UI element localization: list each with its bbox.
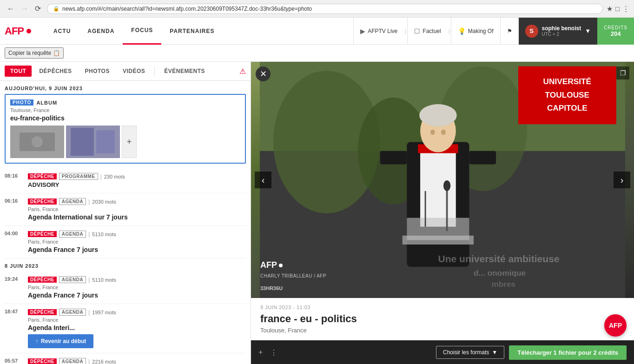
afp-header: AFP ACTU AGENDA FOCUS PARTENAIRES ▶ AFPT… bbox=[0, 18, 634, 45]
format-label: Choisir les formats bbox=[443, 349, 489, 356]
copy-icon: 📋 bbox=[53, 50, 60, 56]
svg-rect-26 bbox=[446, 186, 448, 231]
svg-text:UNIVERSITÉ: UNIVERSITÉ bbox=[543, 77, 592, 86]
photo-more-button[interactable]: + bbox=[122, 126, 137, 158]
browser-navigation: ← → ⟳ bbox=[5, 3, 43, 14]
photo-credit: CHARLY TRIBALLEAU / AFP bbox=[260, 273, 326, 278]
browser-chrome: ← → ⟳ 🔒 news.afp.com/#/c/main/search/all… bbox=[0, 0, 634, 18]
url-text: news.afp.com/#/c/main/search/all?id=news… bbox=[62, 6, 312, 12]
afp-chat-label: AFP bbox=[609, 322, 622, 329]
afp-chat-button[interactable]: AFP bbox=[604, 314, 627, 337]
bookmark-btn[interactable]: ⚑ bbox=[500, 18, 519, 45]
tag-separator: | bbox=[88, 231, 90, 238]
tab-tout[interactable]: TOUT bbox=[5, 66, 32, 77]
url-bar[interactable]: 🔒 news.afp.com/#/c/main/search/all?id=ne… bbox=[47, 4, 603, 14]
chat-icon: ☐ bbox=[414, 27, 420, 35]
photo-info: 9 JUIN 2023 - 11:03 france - eu - politi… bbox=[251, 298, 634, 340]
photo-thumb-2[interactable] bbox=[66, 126, 120, 158]
menu-icon[interactable]: ⋮ bbox=[622, 5, 629, 13]
svg-rect-5 bbox=[96, 130, 115, 153]
article-tags: DÉPÊCHE AGENDA | 2030 mots bbox=[28, 198, 246, 205]
article-content: DÉPÊCHE AGENDA | 5110 mots Paris, France… bbox=[28, 231, 246, 253]
choose-format-button[interactable]: Choisir les formats ▼ bbox=[436, 346, 504, 359]
copy-label: Copier la requête bbox=[8, 50, 51, 56]
separator2: | bbox=[448, 28, 451, 34]
separator: | bbox=[404, 28, 407, 34]
afp-logo[interactable]: AFP bbox=[5, 25, 31, 37]
tag-photo: PHOTO bbox=[10, 99, 33, 106]
download-button[interactable]: Télécharger 1 fichier pour 2 crédits bbox=[509, 345, 627, 360]
tag-agenda: AGENDA bbox=[59, 309, 86, 316]
add-to-list-icon[interactable]: + bbox=[258, 348, 263, 357]
article-tags: DÉPÊCHE AGENDA | 1997 mots bbox=[28, 309, 246, 316]
copy-query-button[interactable]: Copier la requête 📋 bbox=[5, 47, 64, 59]
article-time: 08:16 bbox=[5, 173, 23, 179]
user-section[interactable]: S sophie benoist UTC + 2 ▼ bbox=[519, 18, 598, 45]
tab-evenements[interactable]: ÉVÉNEMENTS bbox=[158, 66, 211, 77]
photo-main: UNIVERSITÉ TOULOUSE CAPITOLE UNIVERSITÉ … bbox=[251, 62, 634, 298]
nav-actu[interactable]: ACTU bbox=[45, 18, 79, 45]
svg-text:mbres: mbres bbox=[491, 279, 515, 289]
user-timezone: UTC + 2 bbox=[542, 32, 581, 37]
article-item[interactable]: 19:24 DÉPÊCHE AGENDA | 5110 mots Paris, … bbox=[5, 271, 246, 304]
article-title: Agenda France 7 jours bbox=[28, 246, 246, 253]
featured-article[interactable]: PHOTO ALBUM Toulouse, France eu-france-p… bbox=[5, 94, 246, 164]
nav-focus[interactable]: FOCUS bbox=[123, 18, 161, 45]
tab-depeches[interactable]: DÉPÊCHES bbox=[33, 66, 77, 77]
nav-agenda[interactable]: AGENDA bbox=[79, 18, 123, 45]
tab-videos[interactable]: VIDÉOS bbox=[117, 66, 151, 77]
article-title: ADVISORY bbox=[28, 181, 246, 188]
article-item[interactable]: 18:47 DÉPÊCHE AGENDA | 1997 mots Paris, … bbox=[5, 304, 246, 353]
bottom-right-actions: Choisir les formats ▼ Télécharger 1 fich… bbox=[436, 345, 627, 360]
tag-depeche: DÉPÊCHE bbox=[28, 277, 57, 283]
photo-title: france - eu - politics bbox=[260, 313, 625, 325]
svg-rect-4 bbox=[71, 128, 94, 156]
bottom-toolbar: + ⋮ Choisir les formats ▼ Télécharger 1 … bbox=[251, 340, 634, 364]
svg-rect-22 bbox=[380, 151, 407, 165]
tag-agenda: AGENDA bbox=[59, 276, 86, 283]
tag-depeche: DÉPÊCHE bbox=[28, 173, 57, 179]
nav-partenaires[interactable]: PARTENAIRES bbox=[161, 18, 223, 45]
afptv-label: AFPTV Live bbox=[368, 28, 397, 34]
tab-divider bbox=[154, 66, 155, 76]
article-content: DÉPÊCHE AGENDA | 2030 mots Paris, France… bbox=[28, 198, 246, 221]
thumb-image-2 bbox=[66, 126, 120, 158]
tag-agenda: AGENDA bbox=[59, 198, 86, 205]
tag-album: ALBUM bbox=[36, 100, 57, 106]
afp-header-right: ▶ AFPTV Live | ☐ Factuel | 💡 Making Of ⚑… bbox=[353, 18, 634, 45]
forward-button[interactable]: → bbox=[19, 4, 31, 14]
photo-thumb-1[interactable] bbox=[10, 126, 64, 158]
back-button[interactable]: ← bbox=[5, 4, 17, 14]
article-tags: DÉPÊCHE AGENDA | 5110 mots bbox=[28, 231, 246, 238]
tab-photos[interactable]: PHOTOS bbox=[79, 66, 115, 77]
svg-point-2 bbox=[32, 136, 43, 147]
tag-mots: 5110 mots bbox=[92, 232, 116, 237]
revenir-debut-button[interactable]: ↑ Revenir au début bbox=[28, 334, 93, 348]
article-item[interactable]: 04:00 DÉPÊCHE AGENDA | 5110 mots Paris, … bbox=[5, 226, 246, 258]
article-content: DÉPÊCHE PROGRAMME | 230 mots ADVISORY bbox=[28, 173, 246, 188]
reload-button[interactable]: ⟳ bbox=[33, 3, 43, 14]
article-content: DÉPÊCHE AGENDA | 2216 mots bbox=[28, 358, 246, 364]
prev-arrow[interactable]: ‹ bbox=[255, 172, 271, 188]
tag-depeche: DÉPÊCHE bbox=[28, 309, 57, 315]
bookmark-star-icon[interactable]: ★ bbox=[607, 5, 613, 13]
article-item[interactable]: 05:57 DÉPÊCHE AGENDA | 2216 mots bbox=[5, 353, 246, 364]
article-item[interactable]: 08:16 DÉPÊCHE PROGRAMME | 230 mots ADVIS… bbox=[5, 168, 246, 193]
tag-separator: | bbox=[88, 309, 90, 316]
share-icon[interactable]: ⋮ bbox=[270, 348, 277, 357]
results-area[interactable]: AUJOURD'HUI, 9 JUIN 2023 PHOTO ALBUM Tou… bbox=[0, 81, 251, 364]
afptv-live-btn[interactable]: ▶ AFPTV Live bbox=[353, 18, 404, 45]
extensions-icon[interactable]: □ bbox=[615, 5, 620, 13]
svg-text:d... onomique: d... onomique bbox=[474, 268, 526, 278]
revenir-label: Revenir au début bbox=[41, 338, 86, 344]
svg-rect-23 bbox=[469, 151, 496, 165]
article-location: Paris, France bbox=[28, 285, 246, 290]
expand-button[interactable]: ❐ bbox=[616, 66, 629, 79]
factuel-btn[interactable]: ☐ Factuel bbox=[407, 18, 447, 45]
article-title: Agenda France 7 jours bbox=[28, 291, 246, 299]
article-item[interactable]: 06:16 DÉPÊCHE AGENDA | 2030 mots Paris, … bbox=[5, 193, 246, 226]
next-arrow[interactable]: › bbox=[614, 172, 630, 188]
close-button[interactable]: ✕ bbox=[256, 66, 271, 81]
tv-icon: ▶ bbox=[360, 27, 365, 35]
making-of-btn[interactable]: 💡 Making Of bbox=[451, 18, 500, 45]
